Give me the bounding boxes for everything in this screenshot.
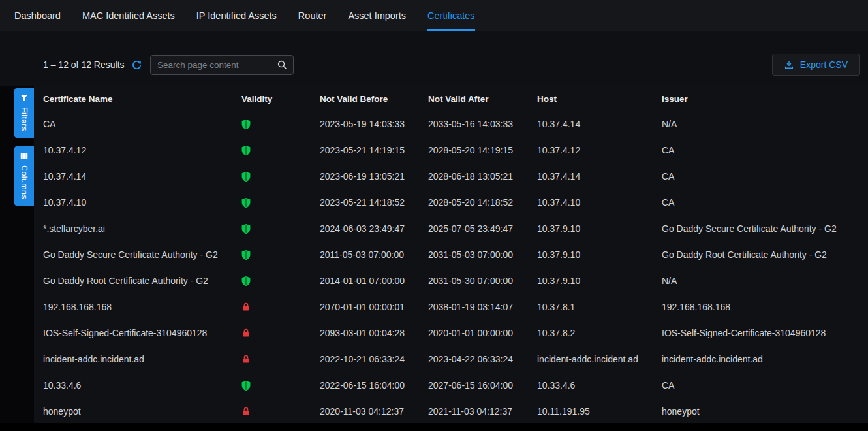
host-cell: 10.33.4.6 [537, 380, 662, 391]
not-valid-before-cell: 2014-01-01 07:00:00 [320, 276, 428, 286]
search-input[interactable] [150, 55, 294, 75]
not-valid-before-cell: 2023-05-19 14:03:33 [320, 119, 428, 129]
refresh-icon[interactable] [131, 59, 143, 71]
table-row[interactable]: 10.37.4.102023-05-21 14:18:522028-05-20 … [34, 189, 868, 216]
host-cell: 10.37.4.14 [537, 171, 662, 182]
table-row[interactable]: 10.33.4.62022-06-15 16:04:002027-06-15 1… [34, 372, 868, 398]
not-valid-before-cell: 2023-05-21 14:19:15 [320, 145, 428, 155]
host-cell: 10.37.8.1 [537, 302, 662, 312]
table-row[interactable]: *.stellarcyber.ai2024-06-03 23:49:472025… [34, 216, 868, 242]
column-header-host: Host [537, 94, 662, 104]
not-valid-after-cell: 2038-01-19 03:14:07 [428, 302, 537, 312]
issuer-cell: CA [662, 197, 868, 208]
table-row[interactable]: Go Daddy Root Certificate Authority - G2… [34, 268, 868, 294]
filters-tab[interactable]: Filters [14, 88, 34, 138]
tab-dashboard[interactable]: Dashboard [14, 0, 61, 31]
invalid-lock-icon [241, 406, 320, 417]
tab-mac-identified-assets[interactable]: MAC Identified Assets [82, 0, 175, 31]
not-valid-after-cell: 2023-04-22 06:33:24 [428, 354, 537, 364]
issuer-cell: N/A [662, 119, 868, 129]
not-valid-before-cell: 2093-03-01 00:04:28 [320, 328, 428, 338]
certificate-name-cell: incident-addc.incident.ad [43, 354, 241, 364]
not-valid-after-cell: 2028-05-20 14:18:52 [428, 197, 537, 208]
valid-shield-icon [241, 119, 320, 130]
column-header-not-valid-before: Not Valid Before [320, 94, 428, 104]
issuer-cell: honeypot [662, 406, 868, 417]
issuer-cell: CA [662, 145, 868, 155]
not-valid-before-cell: 2020-11-03 04:12:37 [320, 406, 428, 417]
tab-ip-identified-assets[interactable]: IP Identified Assets [196, 0, 277, 31]
issuer-cell: IOS-Self-Signed-Certificate-3104960128 [662, 328, 868, 338]
host-cell: 10.11.191.95 [537, 406, 662, 417]
columns-tab-label: Columns [20, 165, 29, 199]
top-nav: Dashboard MAC Identified Assets IP Ident… [0, 0, 868, 31]
host-cell: 10.37.4.10 [537, 197, 662, 208]
search-container [150, 55, 294, 75]
certificate-name-cell: 10.37.4.10 [43, 197, 241, 208]
columns-tab[interactable]: Columns [14, 146, 34, 206]
not-valid-before-cell: 2070-01-01 00:00:01 [320, 302, 428, 312]
not-valid-before-cell: 2022-06-15 16:04:00 [320, 380, 428, 391]
not-valid-after-cell: 2027-06-15 16:04:00 [428, 380, 537, 391]
tab-asset-imports[interactable]: Asset Imports [348, 0, 406, 31]
not-valid-after-cell: 2020-01-01 00:00:00 [428, 328, 537, 338]
host-cell: 10.37.9.10 [537, 249, 662, 260]
invalid-lock-icon [241, 354, 320, 364]
bottom-bar [0, 423, 868, 431]
table-row[interactable]: 10.37.4.122023-05-21 14:19:152028-05-20 … [34, 137, 868, 163]
column-header-issuer: Issuer [662, 94, 868, 104]
not-valid-before-cell: 2023-06-19 13:05:21 [320, 171, 428, 182]
certificate-name-cell: 10.37.4.12 [43, 145, 241, 155]
export-csv-button[interactable]: Export CSV [772, 54, 860, 76]
not-valid-after-cell: 2021-11-03 04:12:37 [428, 406, 537, 417]
issuer-cell: incident-addc.incident.ad [662, 354, 868, 364]
certificates-table-body: CA2023-05-19 14:03:332033-05-16 14:03:33… [34, 111, 868, 423]
host-cell: 10.37.9.10 [537, 223, 662, 234]
host-cell: 10.37.8.2 [537, 328, 662, 338]
table-row[interactable]: Go Daddy Secure Certificate Authority - … [34, 242, 868, 268]
table-row[interactable]: 10.37.4.142023-06-19 13:05:212028-06-18 … [34, 163, 868, 189]
certificate-name-cell: 10.33.4.6 [43, 380, 241, 391]
certificate-name-cell: 10.37.4.14 [43, 171, 241, 182]
certificates-table: Certificate Name Validity Not Valid Befo… [34, 86, 868, 423]
download-icon [784, 59, 794, 70]
host-cell: 10.37.4.12 [537, 145, 662, 155]
host-cell: 10.37.9.10 [537, 276, 662, 286]
not-valid-after-cell: 2028-06-18 13:05:21 [428, 171, 537, 182]
host-cell: 10.37.4.14 [537, 119, 662, 129]
table-row[interactable]: IOS-Self-Signed-Certificate-310496012820… [34, 320, 868, 346]
table-row[interactable]: incident-addc.incident.ad2022-10-21 06:3… [34, 346, 868, 372]
not-valid-after-cell: 2031-05-30 07:00:00 [428, 276, 537, 286]
table-row[interactable]: honeypot2020-11-03 04:12:372021-11-03 04… [34, 398, 868, 423]
invalid-lock-icon [241, 302, 320, 312]
issuer-cell: 192.168.168.168 [662, 302, 868, 312]
results-row: 1 – 12 of 12 Results [43, 59, 143, 71]
valid-shield-icon [241, 249, 320, 261]
table-row[interactable]: 192.168.168.1682070-01-01 00:00:012038-0… [34, 294, 868, 320]
results-count: 1 – 12 of 12 Results [43, 59, 125, 70]
issuer-cell: CA [662, 171, 868, 182]
tab-router[interactable]: Router [298, 0, 327, 31]
not-valid-before-cell: 2011-05-03 07:00:00 [320, 249, 428, 260]
valid-shield-icon [241, 380, 320, 391]
valid-shield-icon [241, 197, 320, 208]
side-tabs: Filters Columns [14, 88, 34, 206]
column-header-certificate-name: Certificate Name [43, 94, 241, 104]
search-icon[interactable] [277, 59, 288, 71]
table-row[interactable]: CA2023-05-19 14:03:332033-05-16 14:03:33… [34, 111, 868, 137]
table-header-row: Certificate Name Validity Not Valid Befo… [34, 86, 868, 111]
issuer-cell: Go Daddy Secure Certificate Authority - … [662, 223, 868, 234]
column-header-validity: Validity [241, 94, 320, 104]
not-valid-before-cell: 2023-05-21 14:18:52 [320, 197, 428, 208]
certificate-name-cell: *.stellarcyber.ai [43, 223, 241, 234]
issuer-cell: CA [662, 380, 868, 391]
host-cell: incident-addc.incident.ad [537, 354, 662, 364]
tab-certificates[interactable]: Certificates [427, 0, 475, 31]
valid-shield-icon [241, 223, 320, 234]
certificate-name-cell: IOS-Self-Signed-Certificate-3104960128 [43, 328, 241, 338]
certificate-name-cell: CA [43, 119, 241, 129]
certificate-name-cell: 192.168.168.168 [43, 302, 241, 312]
certificate-name-cell: Go Daddy Root Certificate Authority - G2 [43, 276, 241, 286]
columns-icon [20, 152, 29, 161]
not-valid-after-cell: 2028-05-20 14:19:15 [428, 145, 537, 155]
